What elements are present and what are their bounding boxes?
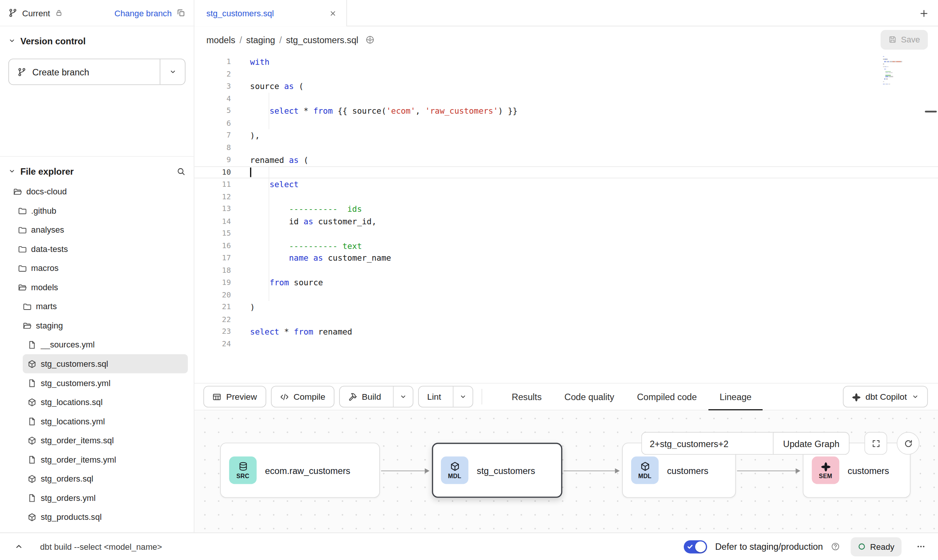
lint-options-dropdown[interactable] (453, 386, 473, 407)
save-button[interactable]: Save (881, 30, 928, 49)
line-number: 18 (194, 264, 231, 276)
tree-item-stg-order-items-yml[interactable]: stg_order_items.yml (23, 450, 188, 469)
refresh-button[interactable] (897, 432, 919, 455)
tab-code-quality[interactable]: Code quality (553, 383, 626, 411)
tree-item-label: marts (36, 302, 57, 311)
code-line[interactable]: 14 id as customer_id, (194, 215, 938, 227)
code-line[interactable]: 18 (194, 264, 938, 276)
file-explorer-title: File explorer (20, 166, 74, 176)
compile-button[interactable]: Compile (271, 386, 335, 408)
copilot-icon (852, 392, 861, 401)
code-line[interactable]: 11 select (194, 178, 938, 191)
tree-item--github[interactable]: .github (13, 201, 188, 221)
code-line[interactable]: 6 (194, 117, 938, 129)
lineage-canvas[interactable]: SRCecom.raw_customersMDLstg_customersMDL… (194, 410, 938, 532)
code-line[interactable]: 15 (194, 227, 938, 239)
line-number: 23 (194, 325, 231, 338)
tab-results[interactable]: Results (500, 383, 553, 411)
tree-item-stg-customers-sql[interactable]: stg_customers.sql (23, 354, 188, 374)
tree-item-label: docs-cloud (26, 187, 67, 196)
lineage-node-stg-customers[interactable]: MDLstg_customers (432, 443, 562, 498)
change-branch-link[interactable]: Change branch (114, 8, 172, 17)
loom-icon (821, 461, 831, 471)
code-line[interactable]: 9renamed as ( (194, 154, 938, 166)
scrollbar-thumb[interactable] (925, 111, 937, 113)
preview-button[interactable]: Preview (203, 386, 266, 408)
code-line[interactable]: 3source as ( (194, 80, 938, 92)
more-options-button[interactable] (912, 538, 929, 555)
tree-item-docs-cloud[interactable]: docs-cloud (8, 182, 188, 201)
tree-item--sources-yml[interactable]: __sources.yml (23, 335, 188, 354)
line-number: 4 (194, 92, 231, 105)
tree-item-stg-customers-yml[interactable]: stg_customers.yml (23, 373, 188, 393)
command-bar-text[interactable]: dbt build --select <model_name> (40, 542, 162, 551)
tree-item-stg-orders-yml[interactable]: stg_orders.yml (23, 488, 188, 508)
tree-item-stg-locations-sql[interactable]: stg_locations.sql (23, 393, 188, 412)
defer-toggle[interactable] (684, 540, 708, 553)
lineage-selector-input[interactable] (641, 432, 773, 455)
indent-guide (269, 227, 269, 239)
code-line[interactable]: 2 (194, 68, 938, 80)
file-icon (28, 340, 37, 349)
code-line[interactable]: 17 name as customer_name (194, 252, 938, 264)
git-branch-icon (8, 8, 17, 17)
minimap[interactable] (883, 56, 905, 86)
line-number: 7 (194, 129, 231, 141)
code-line[interactable]: 8 (194, 141, 938, 153)
fullscreen-button[interactable] (865, 432, 887, 455)
tab-lineage[interactable]: Lineage (708, 383, 763, 411)
build-options-dropdown[interactable] (393, 386, 413, 407)
tree-item-stg-locations-yml[interactable]: stg_locations.yml (23, 411, 188, 431)
create-branch-button[interactable]: Create branch (8, 59, 185, 85)
update-graph-button[interactable]: Update Graph (773, 432, 849, 455)
code-line[interactable]: 19 from source (194, 277, 938, 289)
tab-compiled-code[interactable]: Compiled code (625, 383, 708, 411)
indent-guide (269, 92, 269, 105)
code-line[interactable]: 21) (194, 301, 938, 313)
tree-item-marts[interactable]: marts (18, 297, 188, 316)
lineage-node-ecom-raw-customers[interactable]: SRCecom.raw_customers (220, 443, 380, 498)
tab-title: stg_customers.sql (206, 8, 274, 18)
code-line[interactable]: 24 (194, 338, 938, 350)
new-tab-button[interactable] (916, 6, 931, 20)
tree-item-stg-orders-sql[interactable]: stg_orders.sql (23, 469, 188, 488)
dbt-copilot-button[interactable]: dbt Copilot (843, 386, 928, 408)
code-line[interactable]: 10 (194, 166, 938, 178)
file-explorer-header[interactable]: File explorer (0, 164, 194, 178)
copy-icon[interactable] (177, 8, 186, 17)
code-line[interactable]: 20 (194, 289, 938, 301)
build-button[interactable]: Build (339, 386, 413, 408)
code-line[interactable]: 1with (194, 56, 938, 68)
code-line[interactable]: 13 ---------- ids (194, 203, 938, 215)
tree-item-stg-products-sql[interactable]: stg_products.sql (23, 507, 188, 527)
code-line[interactable]: 23select * from renamed (194, 325, 938, 338)
tree-item-macros[interactable]: macros (13, 258, 188, 278)
code-line[interactable]: 7), (194, 129, 938, 141)
ready-status-button[interactable]: Ready (850, 537, 902, 556)
tab-stg-customers-sql[interactable]: stg_customers.sql (194, 0, 347, 26)
breadcrumb-row: models/staging/stg_customers.sql Save (194, 26, 938, 52)
help-icon[interactable] (831, 542, 840, 551)
create-branch-dropdown[interactable] (160, 59, 185, 84)
tree-item-models[interactable]: models (13, 278, 188, 297)
code-line[interactable]: 4 (194, 92, 938, 105)
code-line[interactable]: 16 ---------- text (194, 239, 938, 252)
code-line[interactable]: 22 (194, 313, 938, 325)
branch-bar: Current Change branch (0, 0, 194, 26)
version-control-header[interactable]: Version control (8, 33, 185, 48)
tree-item-data-tests[interactable]: data-tests (13, 239, 188, 259)
settings-icon[interactable] (366, 35, 375, 44)
search-icon[interactable] (177, 167, 186, 176)
code-editor[interactable]: 1with23source as (45 select * from {{ so… (194, 53, 938, 383)
lint-button[interactable]: Lint (418, 386, 474, 408)
tree-item-staging[interactable]: staging (18, 316, 188, 335)
code-line[interactable]: 12 (194, 191, 938, 203)
indent-guide (269, 166, 269, 178)
node-label: customers (667, 465, 708, 476)
tree-item-analyses[interactable]: analyses (13, 220, 188, 239)
code-line[interactable]: 5 select * from {{ source('ecom', 'raw_c… (194, 105, 938, 117)
tree-item-stg-order-items-sql[interactable]: stg_order_items.sql (23, 431, 188, 450)
create-branch-label: Create branch (32, 67, 89, 77)
collapse-command-bar-button[interactable] (13, 541, 25, 553)
close-icon[interactable] (329, 9, 337, 17)
